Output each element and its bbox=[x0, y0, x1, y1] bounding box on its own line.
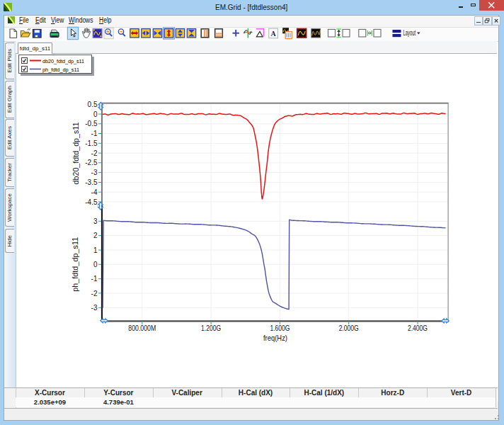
svg-text:2.000G: 2.000G bbox=[339, 324, 359, 332]
svg-text:2.400G: 2.400G bbox=[408, 324, 428, 332]
svg-text:0: 0 bbox=[93, 261, 98, 268]
svg-text:-0.5: -0.5 bbox=[85, 120, 98, 128]
svg-text:2: 2 bbox=[93, 232, 98, 239]
svg-text:ph_fdtd_dp_s11: ph_fdtd_dp_s11 bbox=[42, 66, 80, 72]
svg-text:ph_fdtd_dp_s11: ph_fdtd_dp_s11 bbox=[71, 237, 80, 292]
svg-text:-4: -4 bbox=[91, 188, 98, 196]
svg-text:-2: -2 bbox=[91, 290, 98, 298]
svg-text:800.000M: 800.000M bbox=[128, 324, 156, 332]
svg-text:-1.5: -1.5 bbox=[85, 140, 98, 147]
svg-text:-3.5: -3.5 bbox=[85, 178, 98, 186]
svg-text:1.600G: 1.600G bbox=[270, 324, 290, 332]
svg-text:-2.5: -2.5 bbox=[85, 159, 98, 166]
svg-text:-2: -2 bbox=[91, 149, 98, 157]
svg-text:-4.5: -4.5 bbox=[85, 198, 98, 206]
svg-text:-3: -3 bbox=[91, 304, 98, 312]
svg-text:db20_fdtd_dp_s11: db20_fdtd_dp_s11 bbox=[42, 57, 84, 64]
svg-text:db20_fdtd_dp_s11: db20_fdtd_dp_s11 bbox=[71, 122, 80, 184]
svg-text:-1: -1 bbox=[91, 275, 98, 283]
svg-text:0.5: 0.5 bbox=[88, 101, 98, 108]
svg-text:3: 3 bbox=[93, 217, 98, 225]
svg-text:1.200G: 1.200G bbox=[201, 324, 221, 332]
svg-text:-1: -1 bbox=[91, 130, 98, 137]
svg-text:-3: -3 bbox=[91, 169, 98, 176]
svg-text:1: 1 bbox=[93, 246, 98, 254]
svg-text:freq(Hz): freq(Hz) bbox=[263, 334, 287, 342]
svg-text:0: 0 bbox=[93, 110, 98, 118]
